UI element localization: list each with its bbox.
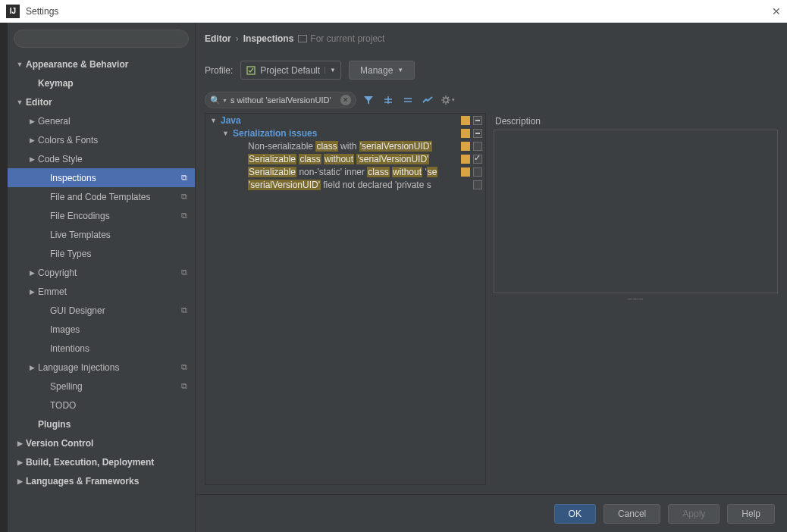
checkbox-checked[interactable]	[473, 155, 482, 164]
tree-group-label: Serialization issues	[233, 128, 317, 139]
sidebar-item-label: Build, Execution, Deployment	[26, 457, 154, 468]
chevron-right-icon[interactable]	[26, 155, 38, 163]
collapse-all-icon[interactable]	[400, 92, 415, 108]
sidebar-item[interactable]: Build, Execution, Deployment	[8, 452, 195, 471]
chevron-right-icon[interactable]	[14, 458, 26, 466]
sidebar-item[interactable]: Colors & Fonts	[8, 130, 195, 149]
chevron-down-icon[interactable]	[210, 117, 221, 124]
reset-icon[interactable]	[420, 92, 435, 108]
inspection-row[interactable]: Serializable non-'static' inner class wi…	[205, 165, 485, 178]
manage-label: Manage	[360, 65, 393, 76]
sidebar-item[interactable]: Language Injections⧉	[8, 358, 195, 377]
inspection-description-pane: Description ┉┉┉	[494, 92, 778, 485]
breadcrumb-scope-label: For current project	[310, 33, 384, 44]
sidebar-item-label: Editor	[26, 97, 52, 108]
filter-icon[interactable]	[361, 92, 376, 108]
sidebar-item-label: Images	[50, 324, 80, 335]
inspection-row[interactable]: 'serialVersionUID' field not declared 'p…	[205, 178, 485, 191]
profile-value: Project Default	[260, 65, 320, 76]
inspection-row[interactable]: Non-serializable class with 'serialVersi…	[205, 139, 485, 152]
titlebar: IJ Settings ✕	[0, 0, 787, 23]
sidebar-item[interactable]: Editor	[8, 92, 195, 111]
severity-warning-icon	[461, 116, 470, 125]
sidebar-search-wrap: 🔍	[8, 23, 195, 55]
sidebar-item-label: Copyright	[38, 268, 77, 278]
breadcrumb-scope: For current project	[298, 33, 384, 44]
profile-icon	[246, 65, 256, 76]
sidebar-tree: Appearance & BehaviorKeymapEditorGeneral…	[8, 55, 195, 532]
cancel-button[interactable]: Cancel	[604, 504, 660, 524]
sidebar-item[interactable]: Version Control	[8, 433, 195, 452]
chevron-right-icon[interactable]	[26, 269, 38, 277]
breadcrumb-parent[interactable]: Editor	[205, 33, 231, 44]
sidebar-item[interactable]: Languages & Frameworks	[8, 471, 195, 490]
close-icon[interactable]: ✕	[751, 5, 781, 17]
sidebar-item[interactable]: General	[8, 111, 195, 130]
chevron-right-icon[interactable]	[26, 117, 38, 125]
inspection-search-text: s without 'serialVersionUID'	[230, 95, 340, 105]
checkbox[interactable]	[473, 180, 482, 189]
sidebar-search-input[interactable]	[14, 30, 189, 48]
chevron-right-icon[interactable]	[26, 288, 38, 296]
sidebar-item[interactable]: TODO	[8, 396, 195, 415]
expand-all-icon[interactable]	[381, 92, 396, 108]
inspection-row[interactable]: Serializable class without 'serialVersio…	[205, 152, 485, 165]
inspection-search[interactable]: 🔍 ▼ s without 'serialVersionUID' ✕	[205, 92, 356, 108]
project-scope-icon: ⧉	[181, 192, 187, 202]
chevron-down-icon[interactable]	[14, 61, 26, 68]
sidebar-item[interactable]: GUI Designer⧉	[8, 301, 195, 320]
sidebar-item[interactable]: File and Code Templates⧉	[8, 187, 195, 206]
sidebar-item[interactable]: Code Style	[8, 149, 195, 168]
chevron-right-icon[interactable]	[14, 440, 26, 447]
breadcrumb: Editor › Inspections For current project	[196, 23, 787, 55]
checkbox-mixed[interactable]	[473, 129, 482, 138]
search-highlight: class	[299, 154, 321, 164]
help-button[interactable]: Help	[727, 504, 775, 524]
sidebar-item[interactable]: File Types	[8, 244, 195, 263]
description-label: Description	[495, 116, 778, 127]
sidebar-item-label: Live Templates	[50, 230, 111, 240]
sidebar-item[interactable]: Live Templates	[8, 225, 195, 244]
sidebar-item[interactable]: Intentions	[8, 339, 195, 358]
sidebar-item[interactable]: Keymap	[8, 74, 195, 92]
sidebar-item[interactable]: Appearance & Behavior	[8, 55, 195, 74]
ok-button[interactable]: OK	[554, 504, 596, 524]
chevron-right-icon[interactable]	[14, 477, 26, 485]
manage-button[interactable]: Manage ▼	[349, 61, 415, 80]
tree-group-row[interactable]: Serialization issues	[205, 127, 485, 139]
apply-button[interactable]: Apply	[668, 504, 720, 524]
sidebar-item[interactable]: Emmet	[8, 282, 195, 301]
tree-category-row[interactable]: Java	[205, 114, 485, 127]
sidebar-item[interactable]: File Encodings⧉	[8, 206, 195, 225]
search-highlight: Serializable	[248, 154, 296, 164]
sidebar-item[interactable]: Copyright⧉	[8, 263, 195, 282]
chevron-down-icon[interactable]: ▼	[222, 98, 227, 103]
chevron-down-icon[interactable]	[14, 99, 26, 106]
chevron-right-icon[interactable]	[26, 364, 38, 371]
inspection-tree[interactable]: Java Serialization issues Non-serializab…	[205, 113, 486, 485]
sidebar-item-label: File and Code Templates	[50, 192, 151, 202]
clear-icon[interactable]: ✕	[340, 95, 351, 105]
sidebar-item-label: Appearance & Behavior	[26, 59, 128, 70]
sidebar-item[interactable]: Inspections⧉	[8, 168, 195, 187]
sidebar-item[interactable]: Plugins	[8, 415, 195, 433]
checkbox-mixed[interactable]	[473, 116, 482, 125]
dialog-footer: OK Cancel Apply Help	[196, 494, 787, 532]
app-icon: IJ	[6, 5, 20, 18]
sidebar-item[interactable]: Spelling⧉	[8, 377, 195, 396]
gear-icon[interactable]: ▾	[440, 92, 455, 108]
sidebar-item[interactable]: Images	[8, 320, 195, 339]
chevron-down-icon[interactable]	[222, 130, 233, 137]
chevron-right-icon[interactable]	[26, 136, 38, 144]
profile-select[interactable]: Project Default ▼	[240, 61, 341, 80]
sidebar-item-label: TODO	[50, 400, 76, 411]
sidebar-item-label: Plugins	[38, 419, 71, 430]
inspection-list-pane: 🔍 ▼ s without 'serialVersionUID' ✕	[205, 92, 486, 485]
background-gutter	[0, 23, 8, 532]
checkbox[interactable]	[473, 167, 482, 177]
sidebar-item-label: Keymap	[38, 78, 74, 89]
search-highlight: 'serialVersionUID'	[359, 141, 432, 152]
resize-grip-icon[interactable]: ┉┉┉	[628, 295, 644, 303]
checkbox[interactable]	[473, 142, 482, 151]
inspection-check-column	[458, 114, 485, 191]
